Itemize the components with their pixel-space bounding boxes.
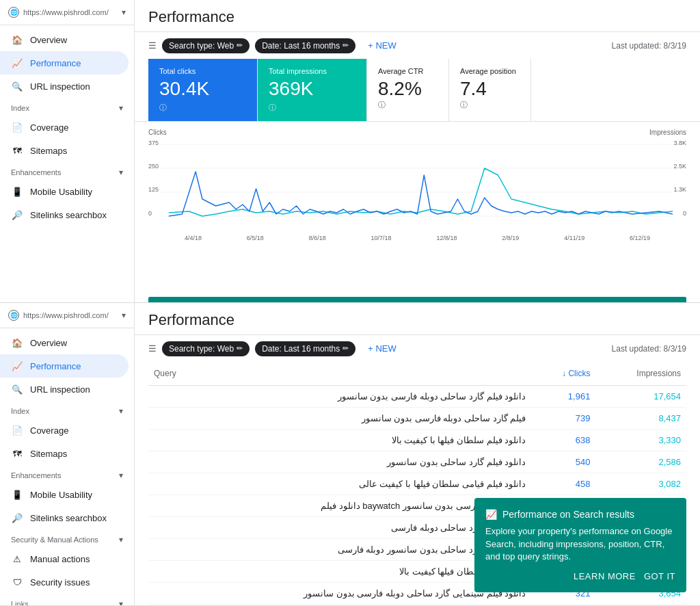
query-cell: دانلود فیلم قیامی سلطان فیلها با کیفیت ع… [148, 473, 531, 495]
sidebar-item-label: Performance [30, 58, 81, 68]
sidebar-top: 🌐 https://www.pishrodl.com/ ▾ 🏠 Overview… [0, 0, 135, 302]
x-axis-labels: 4/4/18 6/5/18 8/6/18 10/7/18 12/8/18 2/8… [148, 233, 686, 241]
query-column-header: Query [148, 362, 531, 386]
ctr-value: 8.2% [378, 78, 438, 100]
table-row: دانلود فیلم گارد ساحلی دوبله فارسی بدون … [148, 386, 686, 408]
chart-y-right-label: Impressions [649, 129, 686, 136]
security-section-bottom: Security & Manual Actions ▾ [0, 529, 134, 547]
index-section-bottom: Index ▾ [0, 401, 134, 419]
ctr-label: Average CTR [378, 67, 438, 75]
chart-y-left-label: Clicks [148, 129, 167, 136]
phone-icon-bottom: 📱 [11, 488, 23, 501]
sidebar-item-sitelinks-top[interactable]: 🔎 Sitelinks searchbox [0, 203, 129, 226]
new-button-top[interactable]: + NEW [361, 38, 403, 53]
learn-more-button[interactable]: LEARN MORE [574, 571, 636, 581]
security-chevron-bottom[interactable]: ▾ [119, 535, 123, 544]
search-type-chip-top[interactable]: Search type: Web ✏ [162, 38, 250, 53]
security-icon: 🛡 [11, 576, 23, 588]
sidebar-item-label: Sitelinks searchbox [30, 210, 107, 220]
main-header-top: Performance [135, 0, 700, 32]
sidebar-item-label: Mobile Usability [30, 490, 92, 500]
sidebar-item-performance-bottom[interactable]: 📈 Performance [0, 354, 129, 378]
search-type-chip-bottom[interactable]: Search type: Web ✏ [162, 341, 250, 356]
sidebar-item-sitemaps-bottom[interactable]: 🗺 Sitemaps [0, 442, 129, 465]
toolbar-top: ☰ Search type: Web ✏ Date: Last 16 month… [135, 32, 700, 59]
edit-icon-date-bottom: ✏ [342, 344, 349, 353]
sidebar-item-manual-actions[interactable]: ⚠ Manual actions [0, 547, 129, 570]
sidebar-item-sitelinks-bottom[interactable]: 🔎 Sitelinks searchbox [0, 506, 129, 529]
links-section-bottom: Links ▾ [0, 594, 134, 605]
clicks-column-header[interactable]: ↓ Clicks [531, 362, 595, 386]
position-label: Average position [460, 67, 520, 75]
main-header-bottom: Performance [135, 303, 700, 335]
sitemap-icon: 🗺 [11, 144, 23, 157]
position-value: 7.4 [460, 78, 520, 100]
sidebar-item-performance-top[interactable]: 📈 Performance [0, 51, 129, 75]
clicks-value: 30.4K [159, 78, 246, 100]
sidebar-item-url-inspection-top[interactable]: 🔍 URL inspection [0, 75, 129, 98]
table-row: فیلم گارد ساحلی دوبله فارسی بدون سانسور … [148, 408, 686, 430]
search-icon: 🔍 [11, 80, 23, 92]
sidebar-item-label: Manual actions [30, 554, 90, 564]
url-chevron-top[interactable]: ▾ [122, 8, 126, 17]
sidebar-item-sitemaps-top[interactable]: 🗺 Sitemaps [0, 139, 129, 162]
notif-icon: 📈 [485, 509, 497, 520]
query-cell: دانلود فیلم گارد ساحلی دوبله فارسی بدون … [148, 386, 531, 408]
sidebar-item-overview-top[interactable]: 🏠 Overview [0, 28, 129, 51]
site-url-top[interactable]: 🌐 https://www.pishrodl.com/ ▾ [0, 0, 134, 25]
impressions-value: 369K [269, 78, 355, 100]
teal-bottom-bar [148, 297, 686, 302]
sidebar-item-overview-bottom[interactable]: 🏠 Overview [0, 331, 129, 354]
manual-icon: ⚠ [11, 553, 23, 565]
sidebar-item-label: URL inspection [30, 81, 90, 92]
edit-icon-bottom: ✏ [237, 344, 243, 353]
impressions-label: Total impressions [269, 67, 355, 75]
sidebar-item-security-issues[interactable]: 🛡 Security issues [0, 570, 129, 594]
sidebar-item-label: Coverage [30, 425, 68, 436]
url-chevron-bottom[interactable]: ▾ [122, 311, 126, 320]
sidebar-bottom: 🌐 https://www.pishrodl.com/ ▾ 🏠 Overview… [0, 303, 135, 605]
page-title-top: Performance [148, 8, 686, 26]
got-it-button[interactable]: GOT IT [644, 571, 675, 581]
doc-icon: 📄 [11, 121, 23, 133]
new-button-bottom[interactable]: + NEW [361, 341, 403, 356]
filter-icon-top[interactable]: ☰ [148, 40, 157, 51]
last-updated-bottom: Last updated: 8/3/19 [612, 344, 686, 354]
notif-title: Performance on Search results [502, 509, 634, 520]
main-top: Performance ☰ Search type: Web ✏ Date: L… [135, 0, 700, 302]
sidebar-item-label: Mobile Usability [30, 187, 92, 197]
chart-area-top: Clicks Impressions 375 250 125 0 3.8K 2.… [135, 122, 700, 294]
date-chip-bottom[interactable]: Date: Last 16 months ✏ [255, 341, 355, 356]
impressions-cell: 2,586 [595, 451, 686, 473]
last-updated-top: Last updated: 8/3/19 [612, 41, 686, 51]
sidebar-item-coverage-bottom[interactable]: 📄 Coverage [0, 419, 129, 442]
sidebar-item-coverage-top[interactable]: 📄 Coverage [0, 116, 129, 139]
clicks-cell: 540 [531, 451, 595, 473]
enhancements-chevron-bottom[interactable]: ▾ [119, 471, 123, 480]
clicks-cell: 638 [531, 430, 595, 451]
enhancements-chevron-top[interactable]: ▾ [119, 168, 123, 177]
total-clicks-card: Total clicks 30.4K ⓘ [148, 59, 258, 121]
impressions-cell: 3,082 [595, 473, 686, 495]
impressions-column-header[interactable]: Impressions [595, 362, 686, 386]
index-chevron-bottom[interactable]: ▾ [119, 406, 123, 416]
date-chip-top[interactable]: Date: Last 16 months ✏ [255, 38, 355, 53]
doc-icon-bottom: 📄 [11, 424, 23, 436]
sidebar-item-label: Sitemaps [30, 146, 67, 156]
enhancements-section-bottom: Enhancements ▾ [0, 465, 134, 483]
sidebar-item-url-inspection-bottom[interactable]: 🔍 URL inspection [0, 378, 129, 401]
sidebar-item-mobile-bottom[interactable]: 📱 Mobile Usability [0, 483, 129, 506]
table-header-row: Query ↓ Clicks Impressions [148, 362, 686, 386]
edit-icon-date: ✏ [342, 41, 349, 50]
links-chevron[interactable]: ▾ [119, 599, 123, 605]
avg-ctr-card: Average CTR 8.2% ⓘ [367, 59, 449, 121]
sidebar-item-label: Performance [30, 361, 81, 371]
home-icon: 🏠 [11, 34, 23, 46]
index-chevron-top[interactable]: ▾ [119, 103, 123, 113]
filter-icon-bottom[interactable]: ☰ [148, 343, 157, 354]
sidebar-item-mobile-top[interactable]: 📱 Mobile Usability [0, 180, 129, 203]
site-url-bottom[interactable]: 🌐 https://www.pishrodl.com/ ▾ [0, 303, 134, 328]
chart-svg-top [148, 137, 686, 233]
chart-wrap: 375 250 125 0 3.8K 2.5K 1.3K 0 [148, 137, 686, 233]
trending-up-icon: 📈 [11, 57, 23, 69]
